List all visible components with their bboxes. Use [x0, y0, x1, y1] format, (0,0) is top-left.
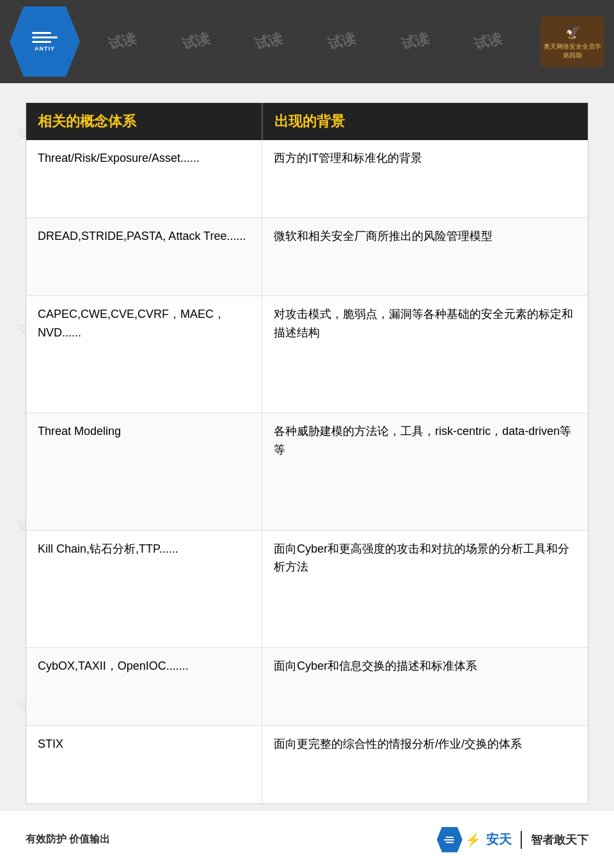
table-cell-left: Threat/Risk/Exposure/Asset......	[26, 140, 262, 217]
content-table: 相关的概念体系 出现的背景 Threat/Risk/Exposure/Asset…	[26, 103, 588, 803]
header-badge: 🦅 奥天网络安全全员学第四期	[540, 16, 604, 67]
table-row: Threat Modeling各种威胁建模的方法论，工具，risk-centri…	[26, 413, 588, 530]
table-cell-right: 微软和相关安全厂商所推出的风险管理模型	[262, 217, 588, 296]
table-cell-left: Kill Chain,钻石分析,TTP......	[26, 530, 262, 647]
col1-header: 相关的概念体系	[26, 103, 262, 140]
table-cell-right: 面向Cyber和信息交换的描述和标准体系	[262, 647, 588, 725]
header-watermarks: 试读 试读 试读 试读 试读 试读 试读	[0, 0, 614, 83]
table-row: CybOX,TAXII，OpenIOC.......面向Cyber和信息交换的描…	[26, 647, 588, 725]
table-cell-left: CAPEC,CWE,CVE,CVRF，MAEC，NVD......	[26, 296, 262, 413]
logo: ANTIY	[10, 6, 80, 77]
table-cell-right: 对攻击模式，脆弱点，漏洞等各种基础的安全元素的标定和描述结构	[262, 296, 588, 413]
header-watermark-7: 试读	[472, 29, 504, 54]
table-row: Kill Chain,钻石分析,TTP......面向Cyber和更高强度的攻击…	[26, 530, 588, 647]
table-cell-right: 面向Cyber和更高强度的攻击和对抗的场景的分析工具和分析方法	[262, 530, 588, 647]
footer-divider	[521, 831, 522, 849]
table-cell-right: 面向更完整的综合性的情报分析/作业/交换的体系	[262, 726, 588, 803]
table-cell-left: STIX	[26, 726, 262, 803]
footer-slogan: 智者敢天下	[531, 832, 588, 848]
footer-logo-icon	[437, 827, 462, 853]
footer-right: ⚡ 安天 智者敢天下	[437, 827, 588, 853]
footer-logo-svg	[443, 833, 456, 846]
table-row: DREAD,STRIDE,PASTA, Attack Tree......微软和…	[26, 217, 588, 296]
table-cell-right: 各种威胁建模的方法论，工具，risk-centric，data-driven等等	[262, 413, 588, 530]
header-watermark-5: 试读	[326, 29, 358, 54]
header: ANTIY 试读 试读 试读 试读 试读 试读 试读 🦅 奥天网络安全全员学第四…	[0, 0, 614, 83]
table-row: Threat/Risk/Exposure/Asset......西方的IT管理和…	[26, 140, 588, 217]
table-cell-left: DREAD,STRIDE,PASTA, Attack Tree......	[26, 217, 262, 296]
main-content: 相关的概念体系 出现的背景 Threat/Risk/Exposure/Asset…	[26, 102, 588, 804]
logo-line-1	[32, 32, 51, 34]
table-cell-right: 西方的IT管理和标准化的背景	[262, 140, 588, 217]
logo-lines	[32, 32, 58, 43]
badge-icon: 🦅	[564, 24, 581, 40]
table-cell-left: Threat Modeling	[26, 413, 262, 530]
badge-text: 奥天网络安全全员学第四期	[544, 42, 601, 60]
table-row: STIX面向更完整的综合性的情报分析/作业/交换的体系	[26, 726, 588, 803]
table-cell-left: CybOX,TAXII，OpenIOC.......	[26, 647, 262, 725]
header-watermark-3: 试读	[180, 29, 212, 54]
header-watermark-2: 试读	[106, 29, 138, 54]
header-watermark-4: 试读	[253, 29, 285, 54]
header-watermark-6: 试读	[398, 29, 430, 54]
table-row: CAPEC,CWE,CVE,CVRF，MAEC，NVD......对攻击模式，脆…	[26, 296, 588, 413]
footer-logo: ⚡	[437, 827, 481, 853]
logo-line-2	[32, 36, 58, 38]
footer-brand: ⚡	[465, 832, 481, 848]
table-header-row: 相关的概念体系 出现的背景	[26, 103, 588, 140]
footer: 有效防护 价值输出 ⚡ 安天 智者敢天下	[0, 810, 614, 868]
logo-text: ANTIY	[35, 45, 55, 52]
col2-header: 出现的背景	[262, 103, 588, 140]
footer-left-text: 有效防护 价值输出	[26, 833, 110, 846]
logo-line-3	[32, 41, 51, 43]
table-body: Threat/Risk/Exposure/Asset......西方的IT管理和…	[26, 140, 588, 803]
footer-brand-text: 安天	[486, 831, 512, 848]
